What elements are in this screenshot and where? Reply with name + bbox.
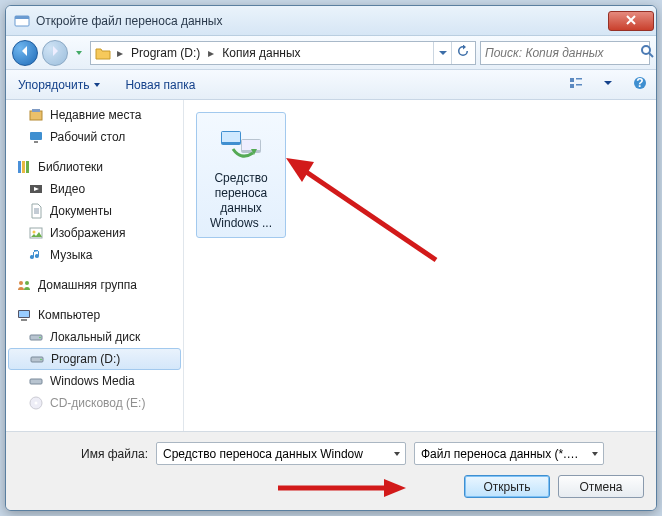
svg-point-18 (33, 231, 36, 234)
refresh-button[interactable] (451, 42, 473, 64)
organize-label: Упорядочить (18, 78, 89, 92)
close-icon (626, 14, 636, 28)
search-icon (640, 44, 654, 61)
svg-rect-22 (19, 311, 29, 317)
tree-item-cdrom[interactable]: CD-дисковод (E:) (6, 392, 183, 414)
view-icon (568, 75, 584, 94)
tree-label: Рабочий стол (50, 130, 125, 144)
file-list[interactable]: Средство переноса данных Windows ... (184, 100, 656, 431)
transfer-file-icon (217, 119, 265, 167)
tree-item-documents[interactable]: Документы (6, 200, 183, 222)
tree-group-homegroup[interactable]: Домашняя группа (6, 274, 183, 296)
svg-text:?: ? (636, 76, 643, 90)
svg-rect-10 (32, 109, 40, 112)
breadcrumb-segment-folder[interactable]: Копия данных (218, 44, 304, 62)
svg-rect-3 (570, 78, 574, 82)
svg-rect-12 (34, 141, 38, 143)
tree-item-winmedia[interactable]: Windows Media (6, 370, 183, 392)
tree-label: Документы (50, 204, 112, 218)
document-icon (28, 203, 44, 219)
search-input[interactable] (485, 46, 636, 60)
tree-group-libraries[interactable]: Библиотеки (6, 156, 183, 178)
nav-history-dropdown[interactable] (72, 46, 86, 60)
recent-icon (28, 107, 44, 123)
new-folder-label: Новая папка (125, 78, 195, 92)
breadcrumb[interactable]: ▸ Program (D:) ▸ Копия данных (90, 41, 476, 65)
forward-button[interactable] (42, 40, 68, 66)
filename-value: Средство переноса данных Window (163, 447, 363, 461)
file-open-dialog: Откройте файл переноса данных ▸ Program … (5, 5, 657, 511)
search-box[interactable] (480, 41, 650, 65)
svg-point-27 (40, 359, 42, 361)
refresh-icon (457, 45, 469, 60)
pictures-icon (28, 225, 44, 241)
view-dropdown[interactable] (598, 75, 618, 95)
annotation-arrow (278, 477, 408, 502)
app-icon (14, 13, 30, 29)
svg-point-19 (19, 281, 23, 285)
tree-label: Библиотеки (38, 160, 103, 174)
bottom-bar: Имя файла: Средство переноса данных Wind… (6, 431, 656, 510)
svg-rect-4 (576, 78, 582, 80)
tree-item-programd[interactable]: Program (D:) (8, 348, 181, 370)
libraries-icon (16, 159, 32, 175)
tree-label: Музыка (50, 248, 92, 262)
svg-rect-32 (222, 132, 240, 142)
main-area: Недавние места Рабочий стол Библиотеки В… (6, 100, 656, 431)
tree-label: Windows Media (50, 374, 135, 388)
tree-item-localdisk[interactable]: Локальный диск (6, 326, 183, 348)
tree-item-desktop[interactable]: Рабочий стол (6, 126, 183, 148)
tree-item-recent[interactable]: Недавние места (6, 104, 183, 126)
video-icon (28, 181, 44, 197)
chevron-right-icon: ▸ (204, 46, 218, 60)
svg-rect-9 (30, 111, 42, 120)
tree-label: Локальный диск (50, 330, 140, 344)
cancel-button[interactable]: Отмена (558, 475, 644, 498)
svg-point-25 (39, 337, 41, 339)
breadcrumb-dropdown[interactable] (433, 42, 451, 64)
svg-rect-14 (22, 161, 25, 173)
tree-label: Домашняя группа (38, 278, 137, 292)
file-item-migfile[interactable]: Средство переноса данных Windows ... (196, 112, 286, 238)
open-button[interactable]: Открыть (464, 475, 550, 498)
titlebar: Откройте файл переноса данных (6, 6, 656, 36)
tree-item-pictures[interactable]: Изображения (6, 222, 183, 244)
svg-rect-11 (30, 132, 42, 140)
svg-rect-1 (15, 16, 29, 19)
tree-group-computer[interactable]: Компьютер (6, 304, 183, 326)
music-icon (28, 247, 44, 263)
arrow-right-icon (49, 45, 61, 60)
computer-icon (16, 307, 32, 323)
new-folder-button[interactable]: Новая папка (119, 74, 201, 96)
tree-label: CD-дисковод (E:) (50, 396, 145, 410)
annotation-arrow (276, 150, 446, 273)
file-type-filter[interactable]: Файл переноса данных (*.MIG (414, 442, 604, 465)
folder-icon (95, 45, 111, 61)
svg-rect-5 (570, 84, 574, 88)
homegroup-icon (16, 277, 32, 293)
navigation-pane[interactable]: Недавние места Рабочий стол Библиотеки В… (6, 100, 184, 431)
organize-menu[interactable]: Упорядочить (12, 74, 107, 96)
toolbar: Упорядочить Новая папка ? (6, 70, 656, 100)
view-options-button[interactable] (566, 75, 586, 95)
help-button[interactable]: ? (630, 75, 650, 95)
tree-item-music[interactable]: Музыка (6, 244, 183, 266)
tree-item-videos[interactable]: Видео (6, 178, 183, 200)
tree-label: Недавние места (50, 108, 141, 122)
navbar: ▸ Program (D:) ▸ Копия данных (6, 36, 656, 70)
tree-label: Компьютер (38, 308, 100, 322)
chevron-down-icon (600, 75, 616, 94)
filename-combo[interactable]: Средство переноса данных Window (156, 442, 406, 465)
close-button[interactable] (608, 11, 654, 31)
tree-label: Видео (50, 182, 85, 196)
breadcrumb-segment-drive[interactable]: Program (D:) (127, 44, 204, 62)
window-title: Откройте файл переноса данных (36, 14, 608, 28)
filter-value: Файл переноса данных (*.MIG (421, 447, 587, 461)
back-button[interactable] (12, 40, 38, 66)
drive-icon (28, 329, 44, 345)
filename-label: Имя файла: (18, 447, 148, 461)
svg-rect-15 (26, 161, 29, 173)
chevron-right-icon: ▸ (113, 46, 127, 60)
open-label: Открыть (483, 480, 530, 494)
drive-icon (28, 373, 44, 389)
